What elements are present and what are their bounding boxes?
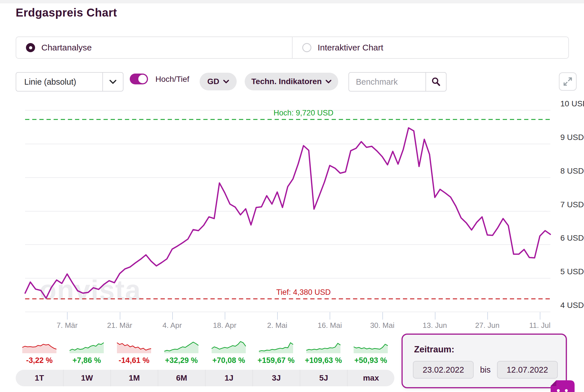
benchmark-field bbox=[348, 72, 447, 92]
x-axis-label[interactable]: 21. Mär bbox=[107, 321, 132, 330]
date-from-field[interactable]: 23.02.2022 bbox=[413, 361, 474, 379]
zeitraum-label: Zeitraum: bbox=[414, 344, 454, 355]
page-top-strip bbox=[0, 0, 584, 3]
x-axis-label[interactable]: 27. Jun bbox=[475, 321, 499, 330]
period-column-5J[interactable]: +109,63 % bbox=[300, 339, 347, 365]
x-axis-label[interactable]: 13. Jun bbox=[423, 321, 447, 330]
tab-interaktiver-chart-label: Interaktiver Chart bbox=[318, 43, 383, 52]
chevron-down-icon[interactable] bbox=[102, 73, 123, 91]
x-axis-tick[interactable] bbox=[277, 312, 278, 320]
y-axis-label[interactable]: 8 USD bbox=[560, 166, 584, 176]
period-button-1J[interactable]: 1J bbox=[205, 370, 252, 386]
x-axis-label[interactable]: 16. Mai bbox=[318, 321, 342, 330]
chat-mascot-button[interactable] bbox=[549, 379, 575, 392]
x-axis-tick[interactable] bbox=[172, 312, 173, 320]
y-axis-label[interactable]: 10 USD bbox=[560, 99, 584, 108]
period-change-1W[interactable]: +7,86 % bbox=[72, 356, 101, 365]
period-button-max[interactable]: max bbox=[347, 370, 394, 386]
sparkline-max-icon bbox=[352, 339, 389, 354]
price-line bbox=[25, 128, 550, 298]
y-axis-label[interactable]: 5 USD bbox=[560, 267, 584, 276]
chart-type-select-value: Linie (absolut) bbox=[16, 77, 102, 87]
toggle-knob bbox=[138, 75, 147, 83]
hoch-label[interactable]: Hoch: 9,720 USD bbox=[273, 109, 333, 117]
chevron-down-icon bbox=[326, 80, 331, 84]
chevron-down-icon bbox=[223, 80, 229, 84]
period-column-1M[interactable]: -14,61 % bbox=[110, 339, 158, 365]
expand-icon bbox=[562, 76, 573, 87]
zeitraum-box: Zeitraum: 23.02.2022 bis 12.07.2022 bbox=[402, 334, 567, 388]
period-column-6M[interactable]: +32,29 % bbox=[158, 339, 205, 365]
x-axis-tick[interactable] bbox=[225, 312, 225, 320]
period-column-1J[interactable]: +70,08 % bbox=[205, 339, 252, 365]
techn-indikatoren-button[interactable]: Techn. Indikatoren bbox=[245, 73, 338, 90]
period-button-5J[interactable]: 5J bbox=[300, 370, 347, 386]
y-axis-label[interactable]: 9 USD bbox=[560, 133, 584, 142]
period-button-1M[interactable]: 1M bbox=[110, 370, 158, 386]
robot-mascot-icon bbox=[549, 379, 575, 392]
period-change-1J[interactable]: +70,08 % bbox=[212, 356, 245, 365]
tab-interaktiver-chart[interactable]: Interaktiver Chart bbox=[292, 37, 568, 58]
search-button[interactable] bbox=[425, 73, 446, 91]
gd-button[interactable]: GD bbox=[200, 73, 237, 90]
y-axis-label[interactable]: 7 USD bbox=[560, 200, 584, 209]
x-axis-tick[interactable] bbox=[540, 312, 540, 320]
sparkline-1T-icon bbox=[21, 339, 58, 354]
hoch-tief-toggle[interactable] bbox=[130, 74, 148, 84]
sparkline-1M-icon bbox=[115, 339, 153, 354]
sparkline-6M-icon bbox=[163, 339, 200, 354]
bis-label: bis bbox=[480, 365, 490, 375]
sparkline-area bbox=[306, 343, 340, 353]
price-chart[interactable]: onvista10 USD9 USD8 USD7 USD6 USD5 USD4 … bbox=[25, 110, 550, 312]
period-column-max[interactable]: +50,93 % bbox=[347, 339, 394, 365]
period-performance-row: -3,22 %+7,86 %-14,61 %+32,29 %+70,08 %+1… bbox=[16, 339, 394, 365]
period-change-1M[interactable]: -14,61 % bbox=[119, 356, 149, 365]
x-axis-label[interactable]: 7. Mär bbox=[57, 321, 78, 330]
period-column-1T[interactable]: -3,22 % bbox=[16, 339, 63, 365]
fullscreen-button[interactable] bbox=[559, 72, 577, 91]
period-change-1T[interactable]: -3,22 % bbox=[26, 356, 52, 365]
chart-mode-tabbar: Chartanalyse Interaktiver Chart bbox=[16, 36, 569, 59]
period-change-5J[interactable]: +109,63 % bbox=[305, 356, 342, 365]
period-button-bar: 1T1W1M6M1J3J5Jmax bbox=[16, 370, 394, 386]
period-change-6M[interactable]: +32,29 % bbox=[165, 356, 198, 365]
period-button-3J[interactable]: 3J bbox=[252, 370, 300, 386]
x-axis-tick[interactable] bbox=[120, 312, 120, 320]
chart-type-select[interactable]: Linie (absolut) bbox=[16, 72, 123, 92]
hoch-tief-toggle-label: Hoch/Tief bbox=[155, 75, 189, 84]
x-axis-tick[interactable] bbox=[330, 312, 330, 320]
page-title: Erdgaspreis Chart bbox=[16, 6, 117, 19]
radio-unselected-icon[interactable] bbox=[302, 43, 311, 52]
period-change-3J[interactable]: +159,67 % bbox=[257, 356, 295, 365]
price-line-svg bbox=[25, 110, 550, 312]
techn-indikatoren-button-label: Techn. Indikatoren bbox=[252, 77, 322, 86]
period-change-max[interactable]: +50,93 % bbox=[354, 356, 387, 365]
gridline[interactable] bbox=[25, 312, 550, 312]
tief-label[interactable]: Tief: 4,380 USD bbox=[276, 288, 331, 297]
x-axis-tick[interactable] bbox=[67, 312, 68, 320]
period-column-1W[interactable]: +7,86 % bbox=[63, 339, 110, 365]
y-axis-label[interactable]: 4 USD bbox=[560, 301, 584, 310]
x-axis-tick[interactable] bbox=[487, 312, 488, 320]
x-axis-tick[interactable] bbox=[382, 312, 383, 320]
period-button-1W[interactable]: 1W bbox=[63, 370, 110, 386]
x-axis-label[interactable]: 30. Mai bbox=[370, 321, 394, 330]
sparkline-5J-icon bbox=[305, 339, 342, 354]
x-axis-label[interactable]: 11. Jul bbox=[529, 321, 551, 330]
x-axis-label[interactable]: 18. Apr bbox=[213, 321, 236, 330]
sparkline-area bbox=[117, 343, 151, 353]
x-axis-label[interactable]: 2. Mai bbox=[267, 321, 287, 330]
sparkline-3J-icon bbox=[257, 339, 295, 354]
search-icon bbox=[431, 77, 441, 87]
benchmark-input[interactable] bbox=[349, 73, 425, 91]
x-axis-label[interactable]: 4. Apr bbox=[163, 321, 182, 330]
tab-chartanalyse[interactable]: Chartanalyse bbox=[16, 37, 292, 58]
sparkline-1W-icon bbox=[68, 339, 105, 354]
period-button-6M[interactable]: 6M bbox=[158, 370, 205, 386]
period-column-3J[interactable]: +159,67 % bbox=[252, 339, 300, 365]
y-axis-label[interactable]: 6 USD bbox=[560, 233, 584, 243]
date-to-field[interactable]: 12.07.2022 bbox=[497, 361, 558, 379]
x-axis-tick[interactable] bbox=[435, 312, 435, 320]
period-button-1T[interactable]: 1T bbox=[16, 370, 63, 386]
radio-selected-icon[interactable] bbox=[26, 43, 35, 52]
